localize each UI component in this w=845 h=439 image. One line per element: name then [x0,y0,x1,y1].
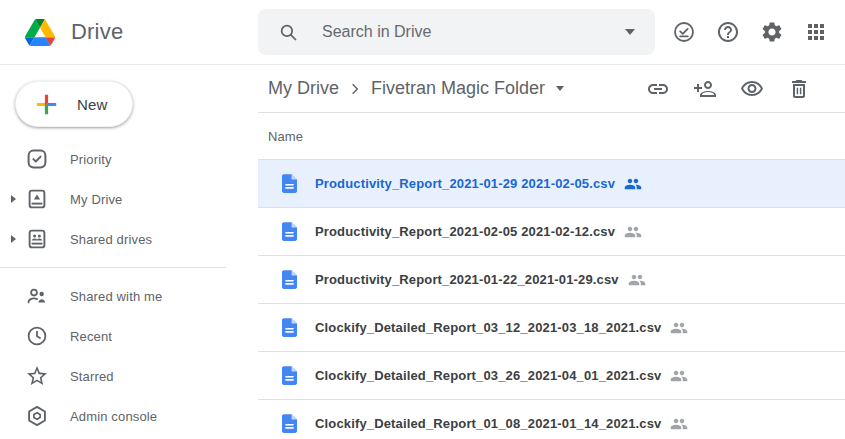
offline-status-icon[interactable] [672,20,696,44]
sidebar: New Priority My Drive Shared drives Shar… [0,65,258,439]
list-header[interactable]: Name [258,113,845,160]
shared-people-icon [624,223,642,241]
shared-with-me-icon [25,284,49,308]
file-row[interactable]: Productivity_Report_2021-01-22_2021-01-2… [258,256,845,304]
admin-console-icon [25,404,49,428]
chevron-right-icon [345,79,365,99]
shared-drives-icon [25,227,49,251]
expand-arrow-icon[interactable] [11,195,25,203]
file-list: Productivity_Report_2021-01-29 2021-02-0… [258,160,845,439]
sidebar-divider [0,267,226,268]
expand-arrow-icon[interactable] [11,235,25,243]
add-people-icon[interactable] [693,77,717,101]
new-button-label: New [77,96,108,113]
search-bar[interactable] [258,9,655,55]
shared-people-icon [624,175,642,193]
file-row[interactable]: Clockify_Detailed_Report_03_12_2021-03_1… [258,304,845,352]
starred-icon [25,364,49,388]
file-row[interactable]: Clockify_Detailed_Report_01_08_2021-01_1… [258,400,845,439]
search-input[interactable] [320,22,625,42]
name-column-header[interactable]: Name [268,129,303,144]
csv-file-icon [282,174,297,193]
get-link-icon[interactable] [646,77,670,101]
shared-people-icon [670,367,688,385]
sidebar-item-shared-with-me[interactable]: Shared with me [0,276,258,316]
delete-icon[interactable] [787,77,811,101]
my-drive-icon [25,187,49,211]
file-action-toolbar [646,77,811,101]
csv-file-icon [282,270,297,289]
sidebar-item-admin-console[interactable]: Admin console [0,396,258,436]
drive-logo-area[interactable]: Drive [0,19,258,46]
priority-icon [25,147,49,171]
shared-people-icon [628,271,646,289]
preview-icon[interactable] [740,77,764,101]
content-panel: My Drive Fivetran Magic Folder Name Prod… [258,65,845,439]
search-icon[interactable] [278,22,299,43]
sidebar-item-recent[interactable]: Recent [0,316,258,356]
main-area: New Priority My Drive Shared drives Shar… [0,65,845,439]
apps-grid-icon[interactable] [804,20,828,44]
csv-file-icon [282,414,297,433]
breadcrumb-bar: My Drive Fivetran Magic Folder [258,65,845,113]
file-row[interactable]: Clockify_Detailed_Report_03_26_2021-04_0… [258,352,845,400]
recent-icon [25,324,49,348]
sidebar-nav: Priority My Drive Shared drives Shared w… [0,139,258,436]
csv-file-icon [282,318,297,337]
sidebar-item-starred[interactable]: Starred [0,356,258,396]
new-button[interactable]: New [15,81,133,127]
breadcrumb-current-folder[interactable]: Fivetran Magic Folder [371,78,545,99]
topbar-icon-group [672,20,845,44]
folder-menu-caret-icon[interactable] [556,86,564,91]
top-bar: Drive [0,0,845,65]
breadcrumb-root[interactable]: My Drive [268,78,339,99]
help-icon[interactable] [716,20,740,44]
google-drive-logo-icon [25,19,55,46]
settings-icon[interactable] [760,20,784,44]
shared-people-icon [670,319,688,337]
sidebar-item-priority[interactable]: Priority [0,139,258,179]
shared-people-icon [670,415,688,433]
sidebar-item-shared-drives[interactable]: Shared drives [0,219,258,259]
csv-file-icon [282,366,297,385]
csv-file-icon [282,222,297,241]
file-row[interactable]: Productivity_Report_2021-01-29 2021-02-0… [258,160,845,208]
file-row[interactable]: Productivity_Report_2021-02-05 2021-02-1… [258,208,845,256]
multicolor-plus-icon [32,90,61,119]
sidebar-item-my-drive[interactable]: My Drive [0,179,258,219]
app-name: Drive [71,19,123,45]
search-options-caret-icon[interactable] [625,29,635,35]
